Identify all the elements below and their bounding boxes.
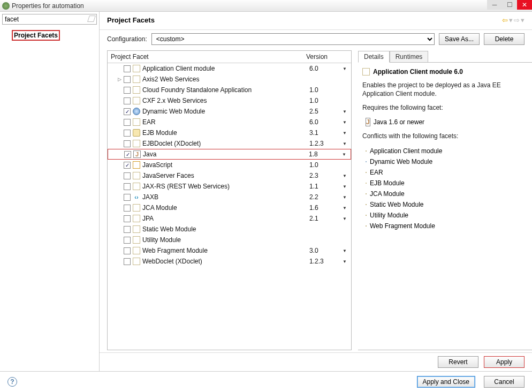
facet-checkbox[interactable]: [124, 87, 131, 94]
nav-project-facets[interactable]: Project Facets: [12, 30, 60, 41]
details-tabs: Details Runtimes: [358, 50, 532, 62]
facet-row[interactable]: ✓Dynamic Web Module2.5▼: [108, 106, 351, 117]
facet-row[interactable]: WebDoclet (XDoclet)1.2.3▼: [108, 256, 351, 267]
facet-version: 1.1: [309, 183, 339, 190]
facet-checkbox[interactable]: [124, 172, 131, 179]
delete-button[interactable]: Delete: [484, 33, 525, 45]
facet-checkbox[interactable]: [124, 65, 131, 72]
facet-checkbox[interactable]: [124, 226, 131, 233]
facet-name: Static Web Module: [142, 225, 309, 233]
help-icon[interactable]: ?: [7, 377, 17, 387]
facet-version: 1.2.3: [309, 258, 339, 265]
maximize-button[interactable]: ☐: [502, 0, 517, 10]
facet-list[interactable]: Application Client module6.0▼▷Axis2 Web …: [108, 63, 351, 350]
forward-icon[interactable]: ⇨: [514, 16, 520, 24]
facet-row[interactable]: CXF 2.x Web Services1.0: [108, 95, 351, 106]
facet-checkbox[interactable]: [124, 140, 131, 147]
facet-version: 1.8: [309, 150, 339, 158]
facet-checkbox[interactable]: [124, 119, 131, 126]
version-dropdown-icon[interactable]: ▼: [339, 216, 350, 221]
facet-checkbox[interactable]: [124, 194, 131, 201]
back-menu-icon[interactable]: ▾: [509, 16, 513, 24]
revert-button[interactable]: Revert: [438, 356, 478, 368]
apply-and-close-button[interactable]: Apply and Close: [417, 376, 475, 388]
facet-row[interactable]: JAX-RS (REST Web Services)1.1▼: [108, 181, 351, 192]
file-icon: [133, 118, 140, 126]
conflicts-label: Conflicts with the following facets:: [362, 132, 528, 140]
conflict-name: JCA Module: [370, 190, 405, 198]
facet-row[interactable]: JCA Module1.6▼: [108, 202, 351, 213]
facet-checkbox[interactable]: [124, 215, 131, 222]
version-dropdown-icon[interactable]: ▼: [339, 174, 350, 178]
history-nav: ⇦ ▾ ⇨ ▾: [502, 16, 525, 24]
version-dropdown-icon[interactable]: ▼: [339, 259, 350, 264]
tab-details[interactable]: Details: [358, 51, 390, 63]
expander-icon[interactable]: ▷: [116, 77, 123, 82]
facet-row[interactable]: Web Fragment Module3.0▼: [108, 245, 351, 256]
facet-checkbox[interactable]: ✓: [124, 108, 131, 115]
java-icon: J: [366, 118, 370, 126]
facet-checkbox[interactable]: [124, 205, 131, 212]
apply-button[interactable]: Apply: [484, 356, 525, 368]
version-dropdown-icon[interactable]: ▼: [339, 131, 350, 135]
facet-version: 2.3: [309, 172, 339, 179]
facet-row[interactable]: JavaServer Faces2.3▼: [108, 170, 351, 181]
version-dropdown-icon[interactable]: ▼: [339, 66, 350, 71]
facet-row[interactable]: ✓JJava1.8▼: [108, 149, 351, 160]
facet-row[interactable]: ✓JavaScript1.0: [108, 160, 351, 170]
facet-name: Application Client module: [142, 65, 309, 72]
facet-checkbox[interactable]: [124, 183, 131, 190]
close-button[interactable]: ✕: [517, 0, 532, 10]
version-dropdown-icon[interactable]: ▼: [339, 206, 350, 210]
configuration-select[interactable]: <custom>: [151, 33, 435, 45]
facet-row[interactable]: EJB Module3.1▼: [108, 127, 351, 138]
facet-checkbox[interactable]: ✓: [124, 162, 131, 169]
version-dropdown-icon[interactable]: ▼: [339, 141, 350, 146]
filter-input[interactable]: [2, 14, 97, 25]
facet-checkbox[interactable]: ✓: [124, 151, 131, 158]
file-icon: [366, 215, 367, 216]
version-dropdown-icon[interactable]: ▼: [339, 152, 349, 157]
facet-row[interactable]: EJBDoclet (XDoclet)1.2.3▼: [108, 138, 351, 149]
facet-checkbox[interactable]: [124, 76, 131, 83]
facet-row[interactable]: ‹›JAXB2.2▼: [108, 192, 351, 202]
conflict-item: JCA Module: [366, 189, 528, 199]
facet-checkbox[interactable]: [124, 97, 131, 104]
facet-version: 3.0: [309, 247, 339, 254]
version-dropdown-icon[interactable]: ▼: [339, 109, 350, 114]
facet-checkbox[interactable]: [124, 258, 131, 265]
facet-checkbox[interactable]: [124, 130, 131, 137]
facet-name: Axis2 Web Services: [142, 76, 309, 83]
details-description: Enables the project to be deployed as a …: [362, 81, 528, 98]
bean-icon: [366, 183, 367, 184]
facet-checkbox[interactable]: [124, 237, 131, 244]
version-dropdown-icon[interactable]: ▼: [339, 120, 350, 125]
jx-icon: ‹›: [133, 193, 140, 201]
col-version[interactable]: Version: [303, 51, 340, 63]
save-as-button[interactable]: Save As...: [439, 33, 480, 45]
version-dropdown-icon[interactable]: ▼: [339, 195, 350, 200]
configuration-row: Configuration: <custom> Save As... Delet…: [100, 30, 532, 48]
facet-row[interactable]: ▷Axis2 Web Services: [108, 74, 351, 85]
back-icon[interactable]: ⇦: [502, 16, 508, 24]
conflict-name: Static Web Module: [370, 201, 424, 208]
facet-row[interactable]: JPA2.1▼: [108, 213, 351, 224]
conflict-item: Application Client module: [366, 146, 528, 156]
facet-row[interactable]: Static Web Module: [108, 224, 351, 235]
minimize-button[interactable]: ─: [487, 0, 502, 10]
col-facet[interactable]: Project Facet: [108, 51, 303, 63]
version-dropdown-icon[interactable]: ▼: [339, 248, 350, 253]
file-icon: [133, 247, 140, 254]
cancel-button[interactable]: Cancel: [484, 376, 525, 388]
version-dropdown-icon[interactable]: ▼: [339, 184, 350, 189]
tab-runtimes[interactable]: Runtimes: [390, 51, 429, 63]
facet-row[interactable]: Utility Module: [108, 235, 351, 245]
facet-name: Cloud Foundry Standalone Application: [142, 86, 309, 94]
facet-checkbox[interactable]: [124, 247, 131, 254]
facet-row[interactable]: Application Client module6.0▼: [108, 63, 351, 74]
forward-menu-icon[interactable]: ▾: [521, 16, 525, 24]
facet-row[interactable]: Cloud Foundry Standalone Application1.0: [108, 85, 351, 95]
facet-row[interactable]: EAR6.0▼: [108, 117, 351, 127]
facet-name: JPA: [142, 215, 309, 222]
file-icon: [133, 65, 140, 72]
